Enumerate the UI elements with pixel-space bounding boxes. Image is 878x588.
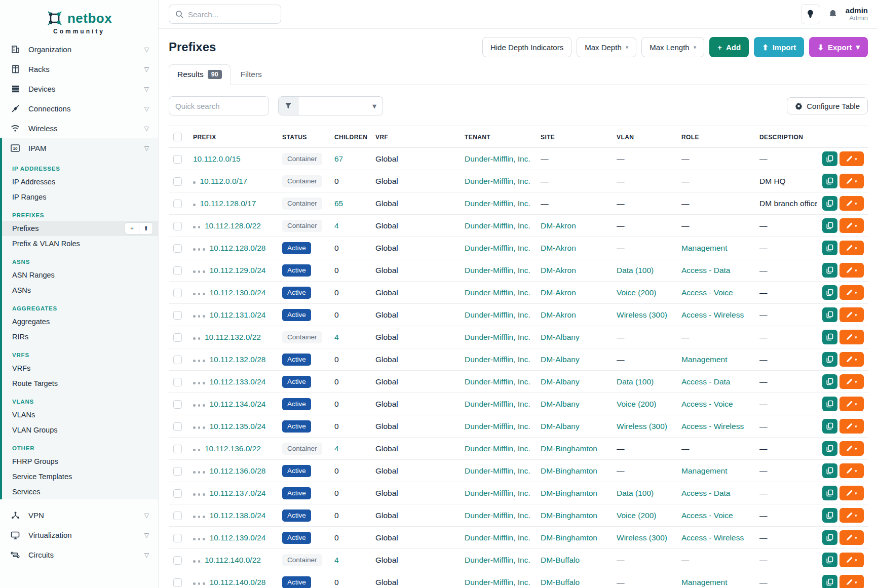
row-checkbox[interactable] <box>173 445 182 453</box>
quick-search-input[interactable] <box>169 96 269 115</box>
tenant-link[interactable]: Dunder-Mifflin, Inc. <box>465 400 530 408</box>
site-link[interactable]: DM-Binghamton <box>541 489 597 497</box>
user-menu[interactable]: admin Admin <box>846 6 868 22</box>
copy-button[interactable] <box>822 352 837 367</box>
sidebar-item-vrfs[interactable]: VRFs <box>2 361 158 376</box>
export-dropdown[interactable]: ⬇︎Export▾ <box>809 37 868 57</box>
row-checkbox[interactable] <box>173 222 182 230</box>
brand[interactable]: netbox Community <box>0 0 158 40</box>
site-link[interactable]: DM-Albany <box>541 422 580 430</box>
role-link[interactable]: Access - Voice <box>681 511 733 520</box>
edit-button[interactable]: ▾ <box>839 241 864 255</box>
role-link[interactable]: Access - Voice <box>681 288 733 297</box>
site-link[interactable]: DM-Binghamton <box>541 533 597 542</box>
site-link[interactable]: DM-Akron <box>541 221 576 230</box>
edit-button[interactable]: ▾ <box>839 419 864 434</box>
sidebar-item-devices[interactable]: Devices▽ <box>0 79 158 99</box>
row-checkbox[interactable] <box>173 356 182 364</box>
edit-button[interactable]: ▾ <box>839 486 864 500</box>
tenant-link[interactable]: Dunder-Mifflin, Inc. <box>465 556 530 564</box>
column-header-vrf[interactable]: VRF <box>375 126 465 148</box>
upload-icon[interactable]: ⬆︎ <box>139 223 152 234</box>
tenant-link[interactable]: Dunder-Mifflin, Inc. <box>465 288 530 297</box>
role-link[interactable]: Access - Data <box>681 266 730 275</box>
sidebar-item-prefix-vlan-roles[interactable]: Prefix & VLAN Roles <box>2 236 158 251</box>
prefix-link[interactable]: 10.112.135.0/24 <box>210 422 266 430</box>
children-link[interactable]: 4 <box>334 556 339 564</box>
vlan-link[interactable]: Data (100) <box>617 377 654 386</box>
hide-depth-indicators-button[interactable]: Hide Depth Indicators <box>482 37 571 57</box>
site-link[interactable]: DM-Binghamton <box>541 444 597 453</box>
tenant-link[interactable]: Dunder-Mifflin, Inc. <box>465 266 530 275</box>
tenant-link[interactable]: Dunder-Mifflin, Inc. <box>465 355 530 364</box>
sidebar-item-asn-ranges[interactable]: ASN Ranges <box>2 267 158 283</box>
tenant-link[interactable]: Dunder-Mifflin, Inc. <box>465 333 530 341</box>
row-checkbox[interactable] <box>173 467 182 476</box>
vlan-link[interactable]: Data (100) <box>617 266 654 275</box>
sidebar-item-vlan-groups[interactable]: VLAN Groups <box>2 422 158 438</box>
copy-button[interactable] <box>822 196 837 211</box>
copy-button[interactable] <box>822 397 837 411</box>
edit-button[interactable]: ▾ <box>839 374 864 389</box>
children-link[interactable]: 67 <box>334 154 343 163</box>
tenant-link[interactable]: Dunder-Mifflin, Inc. <box>465 533 530 542</box>
site-link[interactable]: DM-Albany <box>541 377 580 386</box>
edit-button[interactable]: ▾ <box>839 307 864 322</box>
role-link[interactable]: Management <box>681 466 727 475</box>
prefix-link[interactable]: 10.112.139.0/24 <box>210 533 266 542</box>
tenant-link[interactable]: Dunder-Mifflin, Inc. <box>465 154 530 163</box>
prefix-link[interactable]: 10.112.131.0/24 <box>210 310 266 319</box>
row-checkbox[interactable] <box>173 311 182 320</box>
copy-button[interactable] <box>822 575 837 588</box>
edit-button[interactable]: ▾ <box>839 151 864 166</box>
row-checkbox[interactable] <box>173 244 182 253</box>
sidebar-item-ipam[interactable]: 10IPAM▽ <box>2 138 158 158</box>
role-link[interactable]: Management <box>681 355 727 364</box>
copy-button[interactable] <box>822 441 837 456</box>
sidebar-item-racks[interactable]: Racks▽ <box>0 59 158 79</box>
sidebar-item-circuits[interactable]: Circuits▽ <box>0 545 158 565</box>
copy-button[interactable] <box>822 330 837 344</box>
column-header-children[interactable]: CHILDREN <box>334 126 375 148</box>
site-link[interactable]: DM-Akron <box>541 266 576 275</box>
sidebar-item-ip-ranges[interactable]: IP Ranges <box>2 189 158 205</box>
vlan-link[interactable]: Voice (200) <box>617 400 656 408</box>
prefix-link[interactable]: 10.112.129.0/24 <box>210 266 266 275</box>
role-link[interactable]: Access - Data <box>681 489 730 497</box>
edit-button[interactable]: ▾ <box>839 508 864 523</box>
edit-button[interactable]: ▾ <box>839 530 864 545</box>
copy-button[interactable] <box>822 508 837 523</box>
sidebar-item-connections[interactable]: Connections▽ <box>0 99 158 119</box>
site-link[interactable]: DM-Albany <box>541 333 580 341</box>
column-header-site[interactable]: SITE <box>541 126 617 148</box>
tenant-link[interactable]: Dunder-Mifflin, Inc. <box>465 177 530 185</box>
tenant-link[interactable]: Dunder-Mifflin, Inc. <box>465 578 530 586</box>
edit-button[interactable]: ▾ <box>839 263 864 278</box>
tenant-link[interactable]: Dunder-Mifflin, Inc. <box>465 444 530 453</box>
prefix-link[interactable]: 10.112.140.0/28 <box>210 578 266 586</box>
prefix-link[interactable]: 10.112.128.0/28 <box>210 244 266 252</box>
prefix-link[interactable]: 10.112.132.0/28 <box>210 355 266 364</box>
row-checkbox[interactable] <box>173 289 182 297</box>
copy-button[interactable] <box>822 174 837 188</box>
row-checkbox[interactable] <box>173 512 182 520</box>
prefix-link[interactable]: 10.112.0.0/17 <box>200 177 248 185</box>
sidebar-item-vpn[interactable]: VPN▽ <box>0 505 158 525</box>
theme-toggle-button[interactable] <box>801 4 820 24</box>
max-length-dropdown[interactable]: Max Length▾ <box>641 37 704 57</box>
tenant-link[interactable]: Dunder-Mifflin, Inc. <box>465 511 530 520</box>
prefix-link[interactable]: 10.112.130.0/24 <box>210 288 266 297</box>
row-checkbox[interactable] <box>173 556 182 565</box>
tenant-link[interactable]: Dunder-Mifflin, Inc. <box>465 466 530 475</box>
site-link[interactable]: DM-Akron <box>541 310 576 319</box>
edit-button[interactable]: ▾ <box>839 352 864 367</box>
role-link[interactable]: Access - Voice <box>681 400 733 408</box>
copy-button[interactable] <box>822 374 837 389</box>
site-link[interactable]: DM-Akron <box>541 288 576 297</box>
search-input[interactable] <box>188 10 275 19</box>
import-button[interactable]: ⬆︎Import <box>754 37 804 57</box>
row-checkbox[interactable] <box>173 177 182 186</box>
row-checkbox[interactable] <box>173 534 182 542</box>
copy-button[interactable] <box>822 553 837 567</box>
edit-button[interactable]: ▾ <box>839 553 864 567</box>
